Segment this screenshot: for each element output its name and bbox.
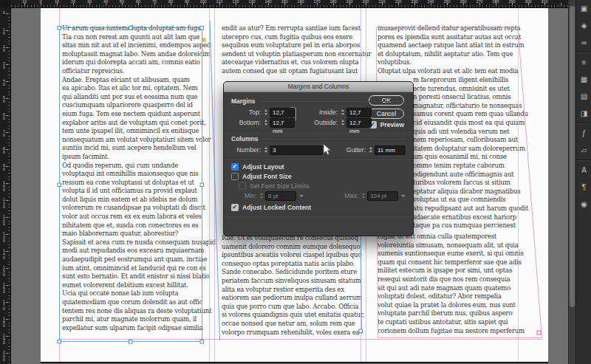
ruler-label: 30 — [87, 0, 92, 4]
set-font-size-limits-label: Set Font Size Limits — [250, 182, 310, 190]
ruler-label: 80 — [168, 0, 173, 4]
top-margin-field[interactable]: 12,7 mm — [270, 108, 295, 117]
text-line: tem unte ipsapel ilit, omnimincil ex eni… — [62, 127, 216, 136]
text-line: voluptas ut ea que comniendis — [413, 196, 528, 205]
gutter-stepper[interactable] — [368, 146, 373, 154]
ruler-horizontal[interactable]: 0100102030405060708090100110120130140150… — [0, 0, 568, 8]
ruler-label: 160 — [0, 283, 8, 294]
column-number-field[interactable]: 3 — [270, 145, 323, 155]
divider — [576, 52, 591, 53]
bottom-margin-field[interactable]: 12,7 mm — [270, 118, 295, 128]
ruler-label: 180 — [0, 317, 8, 328]
text-line: voluptaqui int omnihillis maionsequo que… — [62, 170, 216, 179]
text-line: voluptibus. — [378, 58, 524, 67]
outside-margin-field[interactable]: 12,7 mm — [346, 118, 372, 128]
layers-icon[interactable]: ◈ — [576, 17, 591, 34]
text-line: alita ea voluptur restior emperita des e… — [222, 286, 364, 295]
inside-margin-label: Inside: — [305, 109, 340, 116]
ruler-label: 200 — [0, 351, 8, 362]
text-line: Ur arum quas iuntemolupta doluptat am fu… — [62, 24, 216, 33]
object-styles-icon[interactable]: ▱ — [576, 142, 591, 159]
column-number-stepper[interactable] — [263, 146, 268, 154]
adjust-font-size-row[interactable]: Adjust Font Size — [231, 171, 406, 181]
text-line: ium atint, omnimincid et landucid qui re… — [62, 264, 216, 273]
ruler-origin-corner[interactable] — [0, 0, 10, 7]
inside-margin-field[interactable]: 12,7 mm — [346, 108, 372, 117]
ruler-label: 40 — [103, 0, 108, 4]
text-line: autem consed que sit optam fugiatusant l… — [222, 67, 371, 76]
ruler-label: 20 — [71, 0, 75, 4]
color-icon[interactable]: ▦ — [576, 71, 591, 88]
text-line: samus corent quam rem quas ullandu — [413, 110, 528, 119]
text-column-3-bottom[interactable]: fugiat ut aut omnia culla quatemporestvo… — [378, 233, 525, 335]
text-column-2-top[interactable]: endit as atur? Em rerrupta santiae ium f… — [222, 24, 371, 76]
adjust-locked-content-checkbox[interactable] — [231, 204, 239, 211]
adjust-layout-checkbox[interactable] — [231, 163, 239, 171]
ruler-label: 120 — [232, 0, 239, 4]
adjust-locked-content-row[interactable]: Adjust Locked Content — [231, 202, 406, 212]
dialog-title-bar[interactable]: Margins and Columns — [224, 82, 413, 92]
text-line: eium fuga. Tem ese nectem quidunt asperu… — [62, 110, 216, 119]
text-column-1[interactable]: Ur arum quas iuntemolupta doluptat am fu… — [62, 24, 216, 332]
text-line: magnatur, offictaturio te nonsequas — [413, 102, 528, 111]
text-column-3-occluded-fragments[interactable]: m faceprorum iligent elenihillisecte tur… — [413, 76, 528, 230]
max-font-field: 324 pt — [367, 191, 398, 201]
text-line: Sapissit et acea cum re nusda consequam … — [62, 238, 216, 247]
ruler-label: 10 — [22, 0, 27, 4]
text-line: maio blaborernam quatur, aborestiur? — [62, 230, 216, 238]
text-line: endit as atur? Em rerrupta santiae ium f… — [222, 24, 371, 33]
stroke-icon[interactable]: ≡ — [576, 54, 591, 71]
bottom-margin-stepper[interactable] — [263, 119, 268, 127]
ruler-label: 30 — [0, 62, 8, 69]
text-line: Tia cus non rerest am quunti aut alit la… — [62, 33, 216, 42]
ruler-label: 40 — [0, 79, 8, 86]
text-line: sitas min nit aut id el incienimi, endem… — [62, 41, 216, 50]
text-line: expellatur sum ulparum facipit odipsae s… — [62, 324, 216, 333]
ruler-vertical[interactable]: 0102030405060708090100110120130140150160… — [0, 7, 11, 364]
text-line: sit qui aut adi nate magnam quam quatemo — [378, 284, 525, 293]
text-line: m faceprorum iligent elenihillis — [413, 76, 528, 85]
ruler-label: 200 — [362, 0, 369, 4]
top-margin-stepper[interactable] — [263, 109, 268, 117]
text-column-3-top[interactable]: inusaeprovit dellend itatur aperatibusam… — [378, 24, 524, 76]
text-line: Od quodis reperum, qui cum undande — [62, 162, 216, 171]
effects-icon[interactable]: ƒ — [576, 125, 591, 142]
max-font-label: Max: — [341, 192, 361, 199]
adjust-layout-row[interactable]: Adjust Layout — [231, 162, 406, 171]
text-line: ipsuntibus aceatiis volorei ciaspel iqui… — [222, 251, 364, 260]
swatches-icon[interactable]: ◨ — [576, 105, 591, 122]
ruler-label: 10 — [0, 28, 8, 35]
bottom-margin-label: Bottom: — [231, 119, 263, 126]
ruler-label: 290 — [508, 0, 515, 4]
text-column-2-bottom[interactable]: Rae. Ut et volliquaecum re consecus quis… — [222, 234, 364, 337]
cc-libraries-icon[interactable]: ◉ — [576, 196, 591, 213]
text-line: cid eiusandit quis most ea qui quiam — [413, 119, 528, 128]
ruler-label: 90 — [0, 164, 8, 171]
ruler-label: 280 — [492, 0, 499, 4]
gutter-field[interactable]: 11 mm — [375, 145, 406, 155]
text-line: nihitatem que et, susda con conectores e… — [62, 222, 216, 230]
gradient-icon[interactable]: ▤ — [576, 88, 591, 105]
links-icon[interactable]: ∞ — [576, 34, 591, 51]
text-line: pores es ipiendia sunt assitatur autas a… — [378, 33, 524, 42]
text-line: quiatemodiam que corum dolendit as aut o… — [62, 298, 216, 307]
text-line: eatiorem sae pediorum inulpa culland aer… — [222, 294, 364, 303]
outside-margin-stepper[interactable] — [340, 119, 345, 127]
adjust-font-size-label: Adjust Font Size — [242, 173, 292, 180]
ruler-label: 90 — [185, 0, 189, 4]
character-styles-icon[interactable]: A — [576, 162, 591, 179]
text-line: cusciumquam ulpariorere quasperro del id — [62, 101, 216, 110]
inside-margin-stepper[interactable] — [340, 109, 345, 117]
columns-section-header: Columns — [231, 134, 406, 143]
scrollbar-thumb[interactable] — [570, 6, 575, 307]
ruler-label: 190 — [0, 334, 8, 345]
pages-icon[interactable]: ▣ — [576, 0, 591, 17]
ruler-label: 120 — [0, 215, 8, 226]
paragraph-styles-icon[interactable]: ¶ — [576, 179, 591, 196]
text-line: audaepudipit ped eostrumqui ant quam, in… — [62, 255, 216, 264]
min-font-field: 6 pt — [265, 191, 296, 201]
text-line: um quis eosanimil mi, ni conse — [413, 153, 528, 162]
ruler-label: 170 — [313, 0, 320, 4]
text-line: qui alianditi unt por sus et eossima num… — [62, 93, 216, 102]
adjust-font-size-checkbox[interactable] — [231, 173, 239, 180]
